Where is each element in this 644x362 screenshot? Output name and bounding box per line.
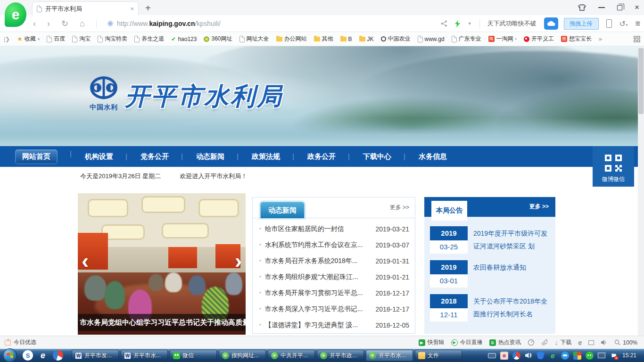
- browser-logo-icon[interactable]: e: [5, 2, 26, 27]
- taskbar-button-active[interactable]: e开平市水...: [366, 350, 413, 361]
- news-item[interactable]: 【道德讲堂】学习先进典型 汲...2018-12-05: [259, 317, 409, 333]
- bookmark-item[interactable]: 办公网站: [276, 35, 307, 43]
- new-tab-button[interactable]: +: [145, 3, 151, 14]
- close-button[interactable]: ×: [635, 3, 639, 12]
- bookmark-item[interactable]: 养生之道: [134, 35, 164, 43]
- speed-mode-icon[interactable]: [455, 20, 460, 27]
- bookmark-item[interactable]: 淘宝: [72, 35, 91, 43]
- search-suggestion-text[interactable]: 天下武功唯快不破: [487, 19, 537, 28]
- news-title[interactable]: 市水务局召开水务系统2018年...: [259, 257, 372, 265]
- app-store-tray-icon[interactable]: [573, 352, 581, 360]
- speaker-icon[interactable]: [601, 339, 608, 346]
- nav-item-news[interactable]: 动态新闻: [190, 152, 245, 161]
- bookmark-item[interactable]: 360网址: [204, 35, 232, 43]
- nav-item-party-affairs[interactable]: 党务公开: [134, 152, 190, 161]
- page-scrollbar[interactable]: [638, 46, 644, 336]
- back-icon[interactable]: ‹: [33, 19, 36, 29]
- today-picks-button[interactable]: 今日优选: [0, 338, 36, 346]
- browser-tab[interactable]: 开平市水利局 ×: [32, 1, 139, 16]
- news-item[interactable]: 市水务局深入学习习近平总书记...2018-12-17: [259, 301, 409, 317]
- taskbar-button[interactable]: e搜狗网址...: [219, 350, 266, 361]
- nav-item-policies[interactable]: 政策法规: [245, 152, 301, 161]
- taskbar-button[interactable]: e开平市政...: [317, 350, 364, 361]
- speedometer-icon[interactable]: [528, 339, 535, 346]
- restore-button[interactable]: [617, 5, 622, 10]
- notice-text[interactable]: 2019年度开平市级许可发证河道河砂禁采区 划: [473, 226, 550, 254]
- carousel-next-icon[interactable]: ›: [235, 250, 242, 272]
- minimize-button[interactable]: [598, 7, 605, 8]
- volume-tray-icon[interactable]: [525, 352, 532, 359]
- nav-item-gov-affairs[interactable]: 政务公开: [301, 152, 356, 161]
- news-carousel[interactable]: ‹ › 市水务局党组中心组学习习近平总书记关于推动高质量...: [78, 193, 246, 335]
- tab-close-icon[interactable]: ×: [130, 5, 134, 12]
- theme-skin-icon[interactable]: [578, 4, 586, 11]
- wechat-tray-icon[interactable]: [586, 352, 594, 360]
- taskbar-button[interactable]: e中共开平...: [268, 350, 315, 361]
- news-title[interactable]: 市水务局组织参观“大潮起珠江...: [259, 273, 372, 281]
- bookmark-item[interactable]: 摇想宝宝长: [561, 35, 592, 43]
- news-more-link[interactable]: 更多 >>: [390, 204, 409, 212]
- quick-edit-button[interactable]: ▶快剪辑: [419, 338, 445, 346]
- news-title[interactable]: 【道德讲堂】学习先进典型 汲...: [259, 321, 372, 329]
- news-title[interactable]: 市水务局深入学习习近平总书记...: [259, 305, 372, 313]
- notice-item[interactable]: 201812-11 关于公布开平市2018年全面推行河长制河长名: [430, 294, 550, 321]
- bookmark-item[interactable]: 其他: [314, 35, 333, 43]
- hot-news-button[interactable]: ≣热点资讯: [489, 338, 521, 346]
- sogou-browser-tray-icon[interactable]: e: [549, 352, 557, 360]
- bookmark-item[interactable]: 淘宝特卖: [98, 35, 127, 43]
- news-item[interactable]: 市水务局组织参观“大潮起珠江...2019-01-21: [259, 269, 409, 285]
- taskbar-button[interactable]: W开平市发...: [72, 350, 119, 361]
- bookmark-item[interactable]: 百度: [47, 35, 65, 43]
- bookmark-item[interactable]: B: [340, 36, 352, 42]
- nav-item-home[interactable]: 网站首页: [15, 149, 78, 164]
- news-item[interactable]: 水利系统节约用水工作会议在京...2019-03-07: [259, 237, 409, 253]
- bookmark-item[interactable]: 网址大全: [239, 35, 269, 43]
- bookmark-item[interactable]: 淘一淘网 -: [488, 35, 517, 43]
- contact-tray-icon[interactable]: ☻: [500, 352, 508, 360]
- news-title[interactable]: 给市区住家船居民的一封信: [259, 225, 372, 233]
- bookmark-item[interactable]: JK: [359, 36, 374, 42]
- notice-text[interactable]: 农田春耕放水通知: [473, 260, 526, 288]
- forward-icon[interactable]: ›: [47, 19, 50, 29]
- bookmark-item[interactable]: 广东专业: [452, 35, 481, 43]
- taskbar-clock[interactable]: 15:21: [622, 352, 639, 359]
- notice-item[interactable]: 201903-25 2019年度开平市级许可发证河道河砂禁采区 划: [430, 226, 550, 254]
- news-item[interactable]: 市水务局开展学习贯彻习近平总...2018-12-17: [259, 285, 409, 301]
- live-button[interactable]: ▶今日直播: [451, 338, 483, 346]
- rocket-icon[interactable]: [541, 339, 548, 346]
- sidebar-toggle-icon[interactable]: |❯: [4, 36, 10, 42]
- nav-item-water-info[interactable]: 水务信息: [412, 152, 468, 161]
- network-tray-icon[interactable]: [598, 352, 606, 360]
- news-title[interactable]: 市水务局开展学习贯彻习近平总...: [259, 289, 372, 297]
- internet-explorer-icon[interactable]: e: [38, 350, 48, 361]
- bookmarks-overflow-icon[interactable]: »: [599, 36, 602, 42]
- cloud-upload-icon[interactable]: [544, 17, 558, 30]
- start-button[interactable]: [3, 348, 17, 362]
- 360-shield-tray-icon[interactable]: [537, 352, 545, 360]
- notice-tab[interactable]: 本局公告: [431, 201, 467, 221]
- tim-tray-icon[interactable]: [561, 352, 569, 360]
- download-button[interactable]: ↓下载: [555, 338, 572, 346]
- news-item[interactable]: 市水务局召开水务系统2018年...2019-01-31: [259, 253, 409, 269]
- bookmark-favorites[interactable]: ★收藏▾: [17, 35, 40, 43]
- apps-grid-icon[interactable]: [634, 36, 640, 42]
- bookmark-item[interactable]: 中国农业: [381, 35, 411, 43]
- window-mode-icon[interactable]: [588, 340, 594, 345]
- 360-cloud-tray-icon[interactable]: [512, 352, 520, 360]
- bookmark-item[interactable]: www.gd: [418, 36, 445, 42]
- mobile-icon[interactable]: [606, 19, 612, 28]
- chevron-down-icon[interactable]: ▼: [468, 21, 472, 26]
- share-icon[interactable]: [441, 20, 447, 27]
- notice-more-link[interactable]: 更多 >>: [529, 203, 549, 211]
- site-info-icon[interactable]: [107, 21, 113, 26]
- qr-code-box[interactable]: 微博微信: [593, 146, 634, 187]
- url-field[interactable]: http://www.kaiping.gov.cn/kpshuili/: [107, 15, 221, 32]
- scrollbar-thumb[interactable]: [638, 48, 644, 114]
- news-item[interactable]: 给市区住家船居民的一封信2019-03-21: [259, 221, 409, 237]
- news-tab[interactable]: 动态新闻: [260, 202, 305, 218]
- sogou-input-icon[interactable]: S: [23, 350, 33, 361]
- taskbar-button[interactable]: W开平市水...: [121, 350, 168, 361]
- carousel-prev-icon[interactable]: ‹: [82, 250, 89, 272]
- nav-item-downloads[interactable]: 下载中心: [356, 152, 412, 161]
- notice-item[interactable]: 201903-01 农田春耕放水通知: [430, 260, 550, 288]
